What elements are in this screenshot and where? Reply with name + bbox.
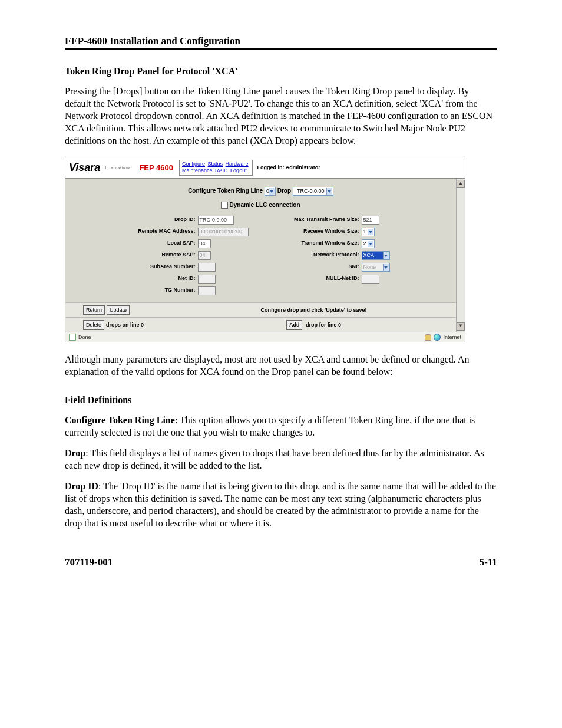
update-button[interactable]: Update (107, 305, 130, 315)
add-button[interactable]: Add (286, 320, 303, 330)
dynamic-llc-label: Dynamic LLC connection (229, 202, 300, 208)
rws-select[interactable]: 1 (362, 228, 375, 236)
logo-product: FEP 4600 (139, 163, 173, 172)
browser-status-bar: Done Internet (65, 332, 465, 342)
status-zone: Internet (443, 334, 461, 340)
def-drop: Drop: This field displays a list of name… (65, 447, 497, 472)
page-icon (69, 334, 76, 341)
rsap-input: 04 (198, 251, 211, 260)
netid-input (198, 275, 216, 284)
logo-block: Visara International FEP 4600 (69, 162, 173, 174)
np-label: Network Protocol: (271, 251, 359, 260)
rsap-label: Remote SAP: (113, 251, 196, 260)
nav-raid[interactable]: RAID (215, 167, 228, 173)
nav-logout[interactable]: Logout (230, 167, 247, 173)
scroll-down-icon[interactable]: ▼ (457, 322, 465, 331)
rmac-input: 00:00:00:00:00:00 (198, 228, 249, 236)
sni-label: SNI: (271, 263, 359, 272)
delete-hint: drops on line 0 (106, 322, 144, 328)
nav-maintenance[interactable]: Maintenance (182, 167, 213, 173)
nullnet-label: NULL-Net ID: (271, 275, 359, 284)
footer-pagenum: 5-11 (480, 556, 497, 568)
delete-button[interactable]: Delete (83, 320, 104, 330)
page-header: FEP-4600 Installation and Configuration (65, 35, 497, 50)
rmac-label: Remote MAC Address: (113, 228, 196, 236)
config-panel: Configure Token Ring Line 0 Drop TRC-0.0… (65, 179, 456, 332)
nav-links-box: Configure Status Hardware Maintenance RA… (179, 160, 253, 176)
scrollbar[interactable]: ▲ ▼ (456, 179, 465, 332)
mtfs-label: Max Transmit Frame Size: (271, 216, 359, 225)
tg-label: TG Number: (113, 286, 196, 295)
action-bar: Return Update Configure drop and click '… (65, 302, 456, 332)
footer-docnum: 707119-001 (65, 556, 113, 568)
nullnet-input (362, 275, 379, 284)
dynamic-llc-row: Dynamic LLC connection (82, 202, 439, 209)
def-drop-id: Drop ID: The 'Drop ID' is the name that … (65, 480, 497, 529)
tws-select[interactable]: 2 (362, 239, 375, 248)
page-footer: 707119-001 5-11 (65, 556, 497, 568)
tws-label: Transmit Window Size: (271, 239, 359, 248)
title-prefix: Configure Token Ring Line (188, 187, 263, 194)
np-select[interactable]: XCA (362, 251, 390, 260)
embedded-browser-window: Visara International FEP 4600 Configure … (65, 156, 465, 343)
intro-paragraph: Pressing the [Drops] button on the Token… (65, 85, 497, 147)
mtfs-input[interactable]: 521 (362, 216, 379, 225)
dynamic-llc-checkbox[interactable] (221, 202, 228, 209)
save-hint: Configure drop and click 'Update' to sav… (189, 307, 438, 313)
globe-icon (434, 334, 441, 341)
nav-configure[interactable]: Configure (182, 161, 205, 167)
subarea-label: SubArea Number: (113, 263, 196, 272)
title-mid: Drop (277, 187, 291, 194)
lsap-input[interactable]: 04 (198, 239, 211, 248)
logo-subtext: International (105, 166, 132, 169)
drop-id-input[interactable]: TRC-0.0.00 (198, 216, 234, 225)
drop-id-label: Drop ID: (113, 216, 196, 225)
status-done: Done (78, 334, 91, 340)
line-select[interactable]: 0 (265, 187, 276, 196)
lock-icon (425, 334, 431, 341)
return-button[interactable]: Return (83, 305, 105, 315)
sni-select: None (362, 263, 390, 272)
lsap-label: Local SAP: (113, 239, 196, 248)
nav-status[interactable]: Status (208, 161, 223, 167)
section-title: Token Ring Drop Panel for Protocol 'XCA' (65, 66, 497, 77)
add-hint: drop for line 0 (306, 322, 341, 328)
logo-visara: Visara (69, 162, 100, 174)
post-paragraph: Although many parameters are displayed, … (65, 353, 497, 378)
tg-input (198, 286, 216, 295)
form-grid: Drop ID: TRC-0.0.00 Max Transmit Frame S… (82, 216, 439, 295)
nav-hardware[interactable]: Hardware (226, 161, 249, 167)
netid-label: Net ID: (113, 275, 196, 284)
subarea-input (198, 263, 216, 272)
app-header-bar: Visara International FEP 4600 Configure … (65, 156, 465, 179)
rws-label: Receive Window Size: (271, 228, 359, 236)
scroll-up-icon[interactable]: ▲ (457, 180, 465, 188)
logged-in-text: Logged in: Administrator (257, 164, 320, 170)
field-definitions-heading: Field Definitions (65, 395, 497, 406)
panel-title-row: Configure Token Ring Line 0 Drop TRC-0.0… (82, 187, 439, 196)
def-configure-tr-line: Configure Token Ring Line: This option a… (65, 414, 497, 439)
drop-select[interactable]: TRC-0.0.00 (293, 187, 333, 196)
